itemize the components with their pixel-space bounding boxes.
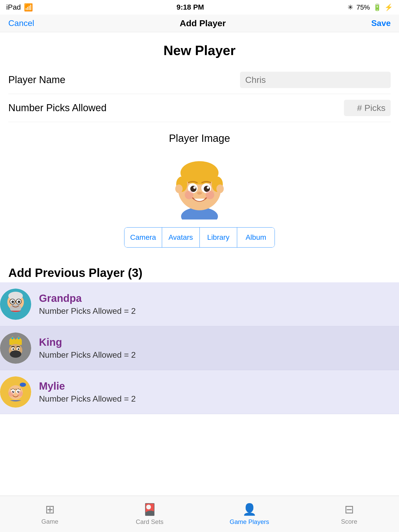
status-bar: iPad 📶 9:18 PM ✳ 75% 🔋 ⚡ — [0, 0, 399, 15]
king-info: King Number Picks Allowed = 2 — [39, 336, 399, 360]
tab-game-players-label: Game Players — [230, 518, 269, 526]
battery-icon: 🔋 — [373, 3, 381, 11]
bluetooth-icon: ✳ — [348, 3, 353, 11]
list-item[interactable]: Mylie Number Picks Allowed = 2 — [0, 370, 399, 414]
grandpa-picks: Number Picks Allowed = 2 — [39, 306, 399, 316]
player-name-row: Player Name — [8, 66, 391, 94]
add-previous-title: Add Previous Player (3) — [8, 258, 391, 282]
nav-bar: Cancel Add Player Save — [0, 15, 399, 32]
svg-point-32 — [11, 337, 14, 339]
mylie-name: Mylie — [39, 380, 399, 392]
cancel-button[interactable]: Cancel — [8, 18, 34, 28]
king-picks: Number Picks Allowed = 2 — [39, 350, 399, 360]
game-players-icon: 👤 — [242, 503, 257, 516]
svg-point-39 — [18, 348, 19, 350]
picks-label: Number Picks Allowed — [8, 102, 107, 114]
svg-point-14 — [193, 187, 195, 189]
previous-players-list: Grandpa Number Picks Allowed = 2 — [0, 282, 399, 414]
device-label: iPad — [6, 3, 21, 11]
tab-score[interactable]: ⊟ Score — [299, 503, 399, 525]
add-previous-section: Add Previous Player (3) — [8, 258, 391, 282]
main-content: New Player Player Name Number Picks Allo… — [0, 32, 399, 282]
svg-point-6 — [175, 184, 183, 193]
svg-point-38 — [12, 348, 14, 350]
tab-card-sets[interactable]: 🎴 Card Sets — [100, 503, 200, 526]
album-button[interactable]: Album — [237, 228, 275, 247]
svg-point-15 — [207, 187, 208, 189]
status-time: 9:18 PM — [177, 3, 204, 11]
status-right: ✳ 75% 🔋 ⚡ — [348, 3, 393, 11]
player-name-label: Player Name — [8, 74, 65, 85]
svg-point-33 — [18, 337, 20, 339]
save-button[interactable]: Save — [371, 18, 391, 28]
game-icon: ⊞ — [45, 503, 55, 516]
library-button[interactable]: Library — [200, 228, 237, 247]
wifi-icon: 📶 — [24, 3, 33, 12]
svg-point-25 — [11, 301, 14, 303]
add-previous-label: Add Previous Player — [8, 266, 124, 280]
picks-row: Number Picks Allowed — [8, 94, 391, 122]
grandpa-name: Grandpa — [39, 292, 399, 304]
status-left: iPad 📶 — [6, 3, 33, 12]
svg-point-42 — [20, 383, 26, 387]
svg-point-7 — [216, 184, 224, 193]
page-title: New Player — [8, 32, 391, 66]
king-avatar — [0, 332, 31, 364]
list-item[interactable]: Grandpa Number Picks Allowed = 2 — [0, 282, 399, 326]
mylie-info: Mylie Number Picks Allowed = 2 — [39, 380, 399, 404]
picks-input[interactable] — [344, 100, 391, 116]
svg-point-48 — [13, 391, 14, 392]
list-item[interactable]: King Number Picks Allowed = 2 — [0, 326, 399, 370]
image-source-buttons: Camera Avatars Library Album — [124, 227, 275, 248]
svg-point-21 — [8, 292, 23, 300]
player-image-label: Player Image — [8, 132, 391, 144]
svg-point-35 — [10, 350, 21, 358]
grandpa-info: Grandpa Number Picks Allowed = 2 — [39, 292, 399, 316]
tab-score-label: Score — [341, 518, 357, 525]
svg-point-16 — [197, 191, 202, 195]
camera-button[interactable]: Camera — [124, 228, 162, 247]
card-sets-icon: 🎴 — [143, 503, 157, 516]
player-avatar-display — [166, 152, 233, 220]
player-image-section: Player Image — [8, 122, 391, 258]
score-icon: ⊟ — [344, 503, 354, 516]
avatars-button[interactable]: Avatars — [162, 228, 200, 247]
tab-bar: ⊞ Game 🎴 Card Sets 👤 Game Players ⊟ Scor… — [0, 496, 399, 532]
svg-point-18 — [206, 191, 214, 199]
svg-point-26 — [18, 301, 20, 303]
avatar-svg — [166, 152, 233, 220]
charging-icon: ⚡ — [384, 3, 393, 11]
tab-game-players[interactable]: 👤 Game Players — [200, 503, 299, 526]
tab-game[interactable]: ⊞ Game — [0, 503, 100, 525]
svg-point-17 — [185, 191, 193, 199]
grandpa-avatar — [0, 289, 31, 320]
player-name-input[interactable] — [240, 72, 391, 88]
tab-card-sets-label: Card Sets — [136, 518, 164, 526]
tab-game-label: Game — [41, 518, 58, 525]
svg-point-10 — [190, 186, 197, 192]
king-name: King — [39, 336, 399, 348]
nav-title: Add Player — [180, 18, 226, 28]
mylie-avatar — [0, 376, 31, 408]
mylie-picks: Number Picks Allowed = 2 — [39, 394, 399, 404]
previous-count: (3) — [128, 266, 142, 280]
battery-percent: 75% — [356, 3, 370, 11]
